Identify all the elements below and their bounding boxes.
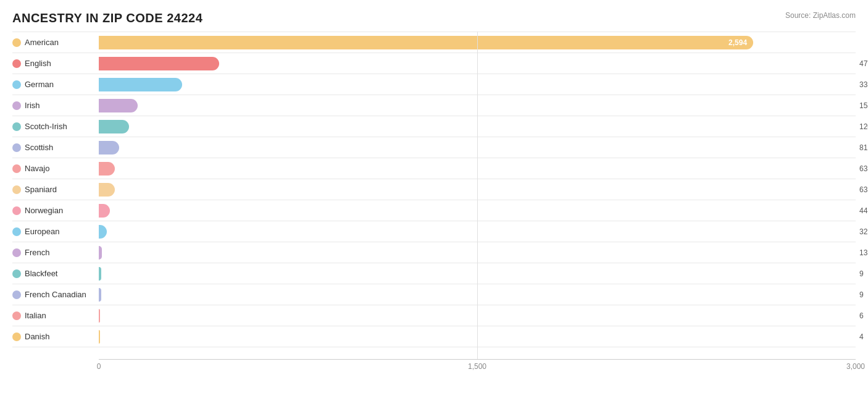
bar-row: French Canadian9 (12, 284, 856, 305)
bar-value: 155 (859, 101, 868, 110)
label-dot (12, 59, 21, 68)
bar-row: European32 (12, 221, 856, 242)
bars-section: American2,594English477German331Irish155… (12, 32, 856, 359)
x-tick: 3,000 (846, 362, 865, 371)
label-dot (12, 290, 21, 299)
bar-fill (99, 183, 115, 197)
bar-label: American (12, 38, 99, 47)
bar-value: 2,594 (728, 38, 747, 47)
bar-label: European (12, 227, 99, 236)
bar-fill (99, 309, 100, 323)
label-text: Scottish (25, 143, 53, 152)
bar-label: French Canadian (12, 290, 99, 299)
bar-fill (99, 204, 110, 218)
chart-container: ANCESTRY IN ZIP CODE 24224 Source: ZipAt… (0, 0, 868, 398)
x-tick: 1,500 (468, 362, 486, 371)
label-dot (12, 185, 21, 194)
label-text: Norwegian (25, 206, 63, 215)
bar-value: 32 (859, 227, 867, 236)
bar-value: 13 (859, 248, 867, 257)
label-dot (12, 101, 21, 110)
bar-row: German331 (12, 74, 856, 95)
label-text: Irish (25, 101, 40, 110)
bar-row: Irish155 (12, 95, 856, 116)
label-text: American (25, 38, 59, 47)
source-label: Source: ZipAtlas.com (785, 11, 856, 20)
bar-label: Danish (12, 332, 99, 341)
chart-title: ANCESTRY IN ZIP CODE 24224 (12, 11, 856, 25)
bar-row: English477 (12, 53, 856, 74)
label-text: Danish (25, 332, 49, 341)
label-dot (12, 122, 21, 131)
x-gridline (477, 32, 478, 359)
bar-value: 44 (859, 206, 867, 215)
bar-label: Scottish (12, 143, 99, 152)
bar-label: Italian (12, 311, 99, 320)
label-text: Blackfeet (25, 269, 57, 278)
chart-area: American2,594English477German331Irish155… (12, 32, 856, 378)
bar-label: Irish (12, 101, 99, 110)
bar-value: 81 (859, 143, 867, 152)
bar-label: English (12, 59, 99, 68)
label-dot (12, 311, 21, 320)
label-text: Scotch-Irish (25, 122, 67, 131)
label-text: French Canadian (25, 290, 86, 299)
bar-value: 4 (859, 332, 864, 341)
label-dot (12, 332, 21, 341)
bar-fill (99, 57, 219, 70)
bar-label: Scotch-Irish (12, 122, 99, 131)
bar-fill (99, 141, 119, 155)
bar-value: 6 (859, 311, 864, 320)
label-dot (12, 164, 21, 173)
bar-fill (99, 330, 100, 344)
label-text: Spaniard (25, 185, 57, 194)
label-dot (12, 143, 21, 152)
bar-row: Scottish81 (12, 137, 856, 158)
bar-label: French (12, 248, 99, 257)
bar-fill (99, 246, 102, 260)
bar-row: Spaniard63 (12, 179, 856, 200)
bar-fill (99, 99, 138, 112)
bar-fill (99, 162, 115, 176)
bar-value: 9 (859, 290, 864, 299)
label-text: German (25, 80, 54, 89)
label-dot (12, 206, 21, 215)
label-text: Navajo (25, 164, 49, 173)
bar-value: 331 (859, 80, 868, 89)
x-tick: 0 (97, 362, 101, 371)
bar-fill: 2,594 (99, 36, 753, 49)
bar-value: 477 (859, 59, 868, 68)
x-axis: 01,5003,000 (99, 359, 856, 378)
bar-label: Norwegian (12, 206, 99, 215)
label-dot (12, 38, 21, 47)
bar-fill (99, 288, 101, 302)
label-dot (12, 269, 21, 278)
bar-label: Blackfeet (12, 269, 99, 278)
bar-row: Navajo63 (12, 158, 856, 179)
bar-row: American2,594 (12, 32, 856, 53)
bar-row: Italian6 (12, 305, 856, 326)
bar-label: Spaniard (12, 185, 99, 194)
bar-label: German (12, 80, 99, 89)
bar-fill (99, 120, 129, 133)
bar-row: Norwegian44 (12, 200, 856, 221)
label-text: English (25, 59, 51, 68)
label-dot (12, 80, 21, 89)
bar-row: Scotch-Irish120 (12, 116, 856, 137)
bar-fill (99, 78, 182, 91)
bar-fill (99, 225, 107, 239)
bar-fill (99, 267, 101, 281)
label-text: European (25, 227, 59, 236)
bar-value: 63 (859, 164, 867, 173)
bar-value: 63 (859, 185, 867, 194)
label-dot (12, 227, 21, 236)
label-dot (12, 248, 21, 257)
bar-value: 9 (859, 269, 864, 278)
bar-row: Danish4 (12, 326, 856, 347)
bar-value: 120 (859, 122, 868, 131)
bar-label: Navajo (12, 164, 99, 173)
bar-row: French13 (12, 242, 856, 263)
label-text: French (25, 248, 49, 257)
label-text: Italian (25, 311, 46, 320)
bar-row: Blackfeet9 (12, 263, 856, 284)
